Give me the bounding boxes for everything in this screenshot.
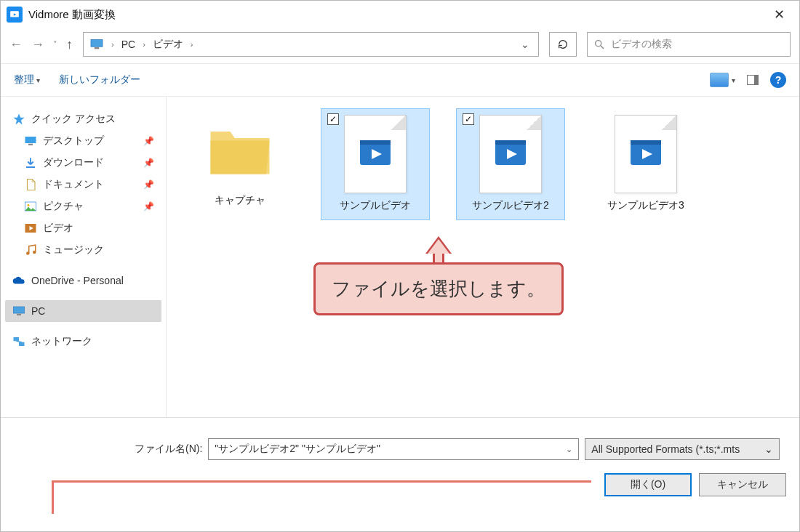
- help-button[interactable]: ?: [770, 72, 786, 88]
- file-dialog: Vidmore 動画変換 ✕ ← → ˅ ↑ › PC › ビデオ › ⌄ ビデ…: [0, 0, 800, 532]
- svg-rect-18: [19, 342, 25, 346]
- svg-point-4: [596, 41, 601, 47]
- sidebar-network[interactable]: ネットワーク: [5, 331, 161, 352]
- view-mode-button[interactable]: ▾: [710, 73, 735, 87]
- preview-pane-icon: [747, 75, 759, 85]
- sidebar-item[interactable]: ダウンロード📌: [5, 152, 161, 174]
- selection-checkbox[interactable]: ✓: [327, 113, 339, 125]
- address-dropdown[interactable]: ⌄: [515, 39, 535, 50]
- svg-rect-24: [495, 140, 526, 145]
- chevron-right-icon: ›: [189, 40, 195, 49]
- filename-label: ファイル名(N):: [135, 443, 202, 456]
- sidebar-quick-access[interactable]: クイック アクセス: [5, 108, 161, 130]
- svg-rect-27: [631, 140, 661, 145]
- file-item[interactable]: ✓サンプルビデオ2: [456, 108, 565, 220]
- annotation-callout: ファイルを選択します。: [313, 236, 564, 315]
- svg-rect-8: [28, 144, 33, 145]
- pin-icon: 📌: [143, 201, 154, 211]
- sidebar-item[interactable]: ピクチャ📌: [5, 196, 161, 217]
- search-icon: [593, 39, 605, 50]
- search-box[interactable]: ビデオの検索: [587, 32, 791, 57]
- folder-icon: [204, 125, 276, 177]
- preview-pane-button[interactable]: [747, 75, 759, 85]
- organize-menu[interactable]: 整理▾: [14, 73, 40, 86]
- folder-icon: [24, 178, 37, 191]
- svg-rect-16: [17, 314, 21, 315]
- svg-point-13: [26, 251, 30, 255]
- pc-icon: [89, 39, 104, 50]
- sidebar-item[interactable]: デスクトップ📌: [5, 130, 161, 152]
- pin-icon: 📌: [143, 158, 154, 168]
- file-label: サンプルビデオ2: [460, 199, 561, 212]
- recent-dropdown[interactable]: ˅: [53, 40, 57, 49]
- annotation-line: [52, 480, 591, 485]
- svg-point-14: [33, 251, 36, 254]
- toolbar-right: ▾ ?: [710, 72, 786, 88]
- dialog-footer: ファイル名(N): "サンプルビデオ2" "サンプルビデオ" ⌄ All Sup…: [1, 417, 799, 531]
- svg-line-5: [601, 46, 604, 49]
- file-item[interactable]: ✓サンプルビデオ: [321, 108, 430, 220]
- search-placeholder: ビデオの検索: [611, 38, 672, 51]
- window-title: Vidmore 動画変換: [28, 8, 116, 22]
- folder-icon: [24, 200, 37, 213]
- svg-line-19: [16, 341, 22, 342]
- svg-rect-2: [91, 40, 103, 47]
- file-type-filter[interactable]: All Supported Formats (*.ts;*.mts ⌄: [585, 438, 780, 460]
- new-folder-button[interactable]: 新しいフォルダー: [59, 73, 140, 86]
- sidebar-onedrive[interactable]: OneDrive - Personal: [5, 270, 161, 291]
- annotation-line: [52, 480, 54, 514]
- refresh-icon: [557, 39, 569, 50]
- sidebar-item[interactable]: ミュージック: [5, 239, 161, 261]
- app-logo-icon: [9, 9, 20, 20]
- folder-icon: [24, 156, 37, 169]
- breadcrumb-pc[interactable]: PC: [121, 39, 135, 50]
- network-icon: [12, 335, 25, 348]
- file-label: キャプチャ: [189, 194, 291, 207]
- pin-icon: 📌: [143, 136, 154, 146]
- view-mode-icon: [710, 73, 729, 87]
- folder-icon: [24, 243, 37, 257]
- folder-icon: [24, 134, 37, 148]
- toolbar: 整理▾ 新しいフォルダー ▾ ?: [1, 63, 799, 97]
- titlebar: Vidmore 動画変換 ✕: [1, 1, 799, 28]
- forward-button[interactable]: →: [31, 37, 44, 52]
- file-item[interactable]: サンプルビデオ3: [591, 108, 700, 220]
- pin-icon: 📌: [143, 180, 154, 190]
- refresh-button[interactable]: [549, 32, 577, 57]
- filename-input[interactable]: "サンプルビデオ2" "サンプルビデオ" ⌄: [208, 438, 579, 460]
- svg-rect-3: [95, 47, 99, 49]
- filename-value: "サンプルビデオ2" "サンプルビデオ": [215, 443, 380, 456]
- open-button[interactable]: 開く(O): [604, 473, 692, 496]
- callout-text: ファイルを選択します。: [313, 262, 564, 315]
- chevron-down-icon: ▾: [732, 76, 735, 84]
- address-bar[interactable]: › PC › ビデオ › ⌄: [83, 32, 539, 57]
- video-file-icon: [479, 115, 542, 193]
- chevron-right-icon: ›: [141, 40, 147, 49]
- chevron-down-icon[interactable]: ⌄: [566, 445, 572, 454]
- chevron-down-icon: ▾: [36, 76, 40, 84]
- sidebar-item[interactable]: ビデオ: [5, 217, 161, 239]
- sidebar-pc[interactable]: PC: [5, 300, 161, 322]
- cancel-button[interactable]: キャンセル: [699, 473, 786, 496]
- svg-rect-17: [14, 337, 20, 341]
- cloud-icon: [12, 274, 25, 287]
- nav-sidebar: クイック アクセス デスクトップ📌ダウンロード📌ドキュメント📌ピクチャ📌ビデオミ…: [1, 97, 167, 417]
- nav-row: ← → ˅ ↑ › PC › ビデオ › ⌄ ビデオの検索: [1, 28, 799, 63]
- video-file-icon: [344, 115, 407, 193]
- folder-icon: [24, 222, 37, 235]
- breadcrumb-video[interactable]: ビデオ: [153, 38, 183, 51]
- svg-rect-21: [360, 140, 391, 145]
- sidebar-item[interactable]: ドキュメント📌: [5, 174, 161, 196]
- selection-checkbox[interactable]: ✓: [463, 113, 474, 125]
- back-button[interactable]: ←: [9, 37, 23, 52]
- chevron-down-icon: ⌄: [764, 443, 773, 455]
- nav-arrows: ← → ˅ ↑: [9, 37, 73, 52]
- close-button[interactable]: ✕: [764, 4, 793, 25]
- star-icon: [12, 113, 25, 126]
- video-file-icon: [615, 115, 677, 193]
- folder-item[interactable]: キャプチャ: [185, 108, 295, 215]
- svg-rect-15: [14, 307, 25, 313]
- app-icon: [7, 7, 23, 23]
- up-button[interactable]: ↑: [66, 37, 73, 52]
- svg-marker-6: [14, 114, 25, 125]
